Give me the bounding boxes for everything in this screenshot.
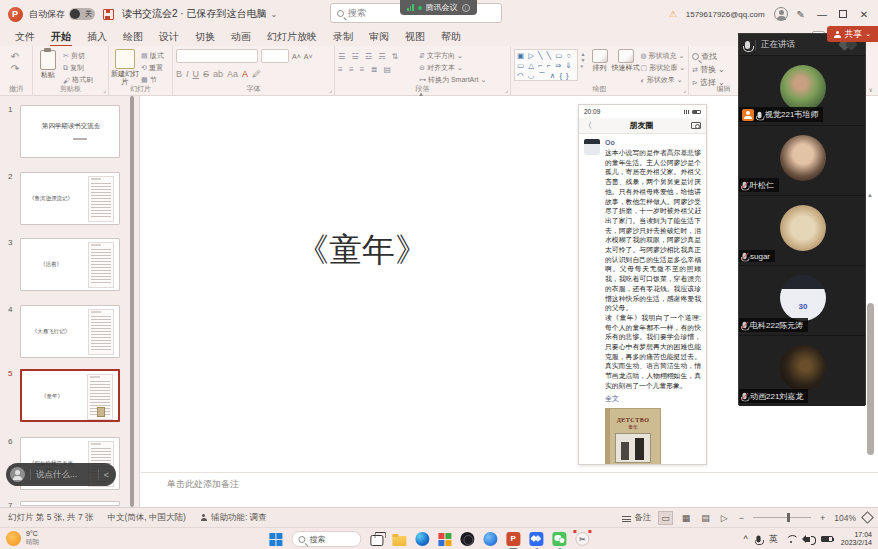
tencent-meeting-status-pill[interactable]: 腾讯会议 i	[400, 0, 477, 15]
find-button[interactable]: 查找	[692, 51, 725, 62]
zoom-percentage[interactable]: 104%	[834, 513, 856, 523]
powerpoint-app-icon[interactable]	[8, 7, 23, 22]
wechat-screenshot-image[interactable]: 20:09 〈 朋友圈 Oo 这本小说写的是作者高尔基悲惨的童年生活。主人公阿廖…	[578, 104, 707, 465]
windows-start-button[interactable]	[269, 533, 282, 546]
wifi-icon[interactable]	[786, 535, 797, 543]
tray-mic-icon[interactable]	[756, 536, 760, 543]
tab-help[interactable]: 帮助	[434, 28, 468, 46]
undo-icon[interactable]: ↶	[11, 52, 19, 61]
info-icon[interactable]: i	[462, 4, 470, 12]
shape-outline-button[interactable]: ▢形状轮廓⌄	[641, 63, 686, 73]
paste-button[interactable]: 粘贴	[36, 49, 60, 79]
slide-sorter-view-button[interactable]: ▦	[680, 512, 693, 524]
tencent-meeting-taskbar-icon[interactable]	[529, 532, 543, 546]
clock[interactable]: 17:04 2023/2/14	[841, 531, 872, 547]
fit-to-window-icon[interactable]	[861, 511, 874, 524]
save-icon[interactable]	[103, 9, 114, 20]
taskbar-search[interactable]: 搜索	[291, 531, 361, 547]
participant-tile[interactable]: 叶松仁	[739, 126, 865, 196]
copy-button[interactable]: ⧉复制	[63, 63, 93, 73]
account-avatar-icon[interactable]	[774, 7, 788, 21]
thumbnail-slide-3[interactable]: 3 《活着》	[0, 238, 132, 291]
text-direction-button[interactable]: ⇵文字方向⌄	[419, 51, 486, 61]
underline-button[interactable]: U	[193, 69, 200, 79]
slideshow-button[interactable]: ▷	[719, 512, 730, 524]
participant-tile[interactable]: 30 电科222陈元涛	[739, 266, 865, 336]
file-explorer-icon[interactable]	[392, 536, 406, 546]
task-view-button[interactable]	[370, 535, 383, 546]
change-case-button[interactable]: Aa	[227, 69, 238, 79]
zoom-slider-thumb[interactable]	[787, 513, 790, 522]
language-status[interactable]: 中文(简体, 中国大陆)	[108, 512, 186, 524]
normal-view-button[interactable]: ▭	[658, 511, 673, 525]
redo-icon[interactable]: ↷	[11, 64, 19, 73]
grow-font-button[interactable]: A˄	[292, 53, 301, 60]
ime-indicator[interactable]: 英	[769, 533, 778, 546]
shapes-gallery[interactable]: ▣ ▷ ╲ ╲ ▭ ○ ▭ △ ⌐ ⌐ ⇒ ⇓ ◠ ◡ ⌒ ∧ { }	[514, 49, 578, 81]
font-name-combobox[interactable]	[176, 49, 258, 63]
tab-draw[interactable]: 绘图	[116, 28, 150, 46]
list-indent-icons[interactable]: ☰ ☱ ☲ ☴ ⇅	[338, 51, 416, 62]
cut-button[interactable]: ✂剪切	[63, 51, 93, 61]
battery-icon[interactable]	[821, 536, 833, 542]
tab-transitions[interactable]: 切换	[188, 28, 222, 46]
share-button[interactable]: 共享 ⌄	[827, 26, 878, 42]
tab-slideshow[interactable]: 幻灯片放映	[260, 28, 324, 46]
new-slide-button[interactable]: 新建幻灯片	[112, 49, 138, 86]
arrange-button[interactable]: 排列	[589, 49, 611, 72]
tab-home[interactable]: 开始	[44, 28, 78, 46]
tab-record[interactable]: 录制	[326, 28, 360, 46]
scroll-up-icon[interactable]: ▲	[867, 192, 873, 198]
notes-placeholder[interactable]: 单击此处添加备注	[167, 478, 239, 491]
thumbnail-slide-5-selected[interactable]: 5 《童年》	[0, 369, 132, 425]
browser-app-icon[interactable]	[483, 532, 497, 546]
reset-button[interactable]: ⟲重置	[141, 63, 164, 73]
tab-view[interactable]: 视图	[398, 28, 432, 46]
tab-insert[interactable]: 插入	[80, 28, 114, 46]
tray-expand-icon[interactable]: ^	[744, 534, 748, 544]
shape-fill-button[interactable]: ◍形状填充⌄	[641, 51, 686, 61]
zoom-slider[interactable]	[753, 517, 811, 519]
snipping-tool-icon[interactable]: ✂	[575, 532, 589, 546]
chat-input-placeholder[interactable]: 说点什么...	[36, 469, 93, 481]
autosave-toggle[interactable]: 关	[69, 8, 95, 20]
weather-widget[interactable]: 9°C 晴朗	[6, 530, 39, 546]
notes-splitter[interactable]	[141, 472, 878, 473]
alignment-icons[interactable]: ≡ ≡ ≡ ≣ ▤	[338, 64, 416, 75]
tab-file[interactable]: 文件	[8, 28, 42, 46]
autosave-control[interactable]: 自动保存 关	[29, 8, 95, 21]
dialog-launcher-icon[interactable]: ⌟	[683, 86, 686, 93]
pen-icon[interactable]: ✎	[797, 9, 805, 20]
edge-browser-icon[interactable]	[415, 532, 429, 546]
accessibility-status[interactable]: 辅助功能: 调查	[200, 512, 267, 524]
tab-design[interactable]: 设计	[152, 28, 186, 46]
thumbnail-slide-1[interactable]: 1 第四学期读书交流会	[0, 105, 132, 158]
slide-number-status[interactable]: 幻灯片 第 5 张, 共 7 张	[8, 512, 94, 524]
editor-chevron-icon[interactable]: ∨	[869, 86, 873, 93]
bold-button[interactable]: B	[176, 69, 182, 79]
minimize-button[interactable]: —	[814, 9, 830, 20]
thumbnail-scrollbar[interactable]	[130, 96, 134, 507]
dark-app-icon[interactable]	[460, 532, 474, 546]
participant-tile[interactable]: sugar	[739, 196, 865, 266]
close-button[interactable]: ✕	[856, 9, 872, 20]
wechat-taskbar-icon[interactable]	[552, 532, 566, 546]
speaker-icon[interactable]	[805, 537, 810, 542]
slide-title-text[interactable]: 《童年》	[296, 228, 428, 273]
dialog-launcher-icon[interactable]: ⌟	[505, 86, 508, 93]
font-size-combobox[interactable]	[261, 49, 289, 63]
office-apps-icon[interactable]	[438, 533, 451, 546]
dialog-launcher-icon[interactable]: ⌟	[103, 86, 106, 93]
thumbnail-slide-4[interactable]: 4 《大雁飞行记》	[0, 305, 132, 358]
powerpoint-taskbar-icon[interactable]	[506, 532, 520, 546]
account-email[interactable]: 1579617926@qq.com	[686, 10, 765, 19]
layout-button[interactable]: ▤版式	[141, 51, 164, 61]
font-color-button[interactable]: A	[242, 69, 248, 79]
dialog-launcher-icon[interactable]: ⌟	[329, 86, 332, 93]
ribbon-collapse-icon[interactable]: ▲	[418, 91, 424, 97]
document-title[interactable]: 读书交流会2 · 已保存到这台电脑 ⌄	[122, 7, 277, 21]
strikethrough-button[interactable]: S	[203, 69, 209, 79]
replace-button[interactable]: ⇄替换⌄	[692, 64, 725, 75]
tab-review[interactable]: 审阅	[362, 28, 396, 46]
italic-button[interactable]: I	[186, 69, 189, 79]
